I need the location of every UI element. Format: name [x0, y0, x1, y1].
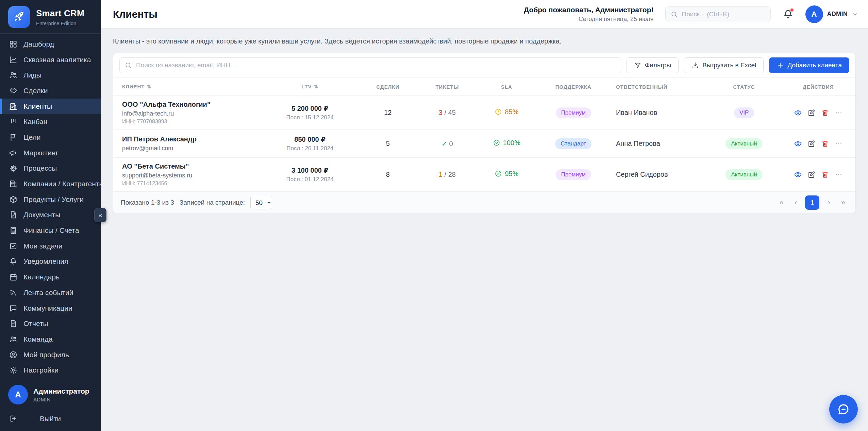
more-actions-icon[interactable]	[835, 109, 843, 117]
per-page-label: Записей на странице:	[180, 199, 245, 206]
sidebar-item-documents[interactable]: Документы	[0, 207, 101, 223]
warning-circle-icon	[495, 108, 502, 116]
ltv-value: 5 200 000 ₽	[266, 104, 354, 113]
download-icon	[691, 62, 699, 69]
rocket-icon	[8, 6, 30, 28]
sidebar-menu: ДашбордСквозная аналитикаЛидыСделкиКлиен…	[0, 33, 101, 379]
processes-icon	[9, 164, 18, 173]
notifications-button[interactable]	[782, 8, 794, 20]
more-actions-icon[interactable]	[835, 140, 843, 148]
client-name: АО "Бета Системы"	[122, 162, 257, 170]
table-toolbar: Фильтры Выгрузить в Excel Добавить клиен…	[113, 53, 855, 78]
view-icon[interactable]	[794, 140, 802, 148]
avatar: A	[805, 5, 823, 23]
sidebar-item-tasks[interactable]: Мои задачи	[0, 238, 101, 254]
welcome-message: Добро пожаловать, Администратор!	[524, 6, 653, 14]
first-page-button[interactable]: «	[777, 197, 786, 208]
table-header-row: Клиент⇅LTV⇅СделкиТикетыSLAПоддержкаОтвет…	[113, 78, 855, 96]
filters-button[interactable]: Фильтры	[627, 57, 679, 73]
column-header-ltv[interactable]: LTV⇅	[262, 78, 358, 96]
logout-button[interactable]: Выйти	[0, 410, 101, 431]
sidebar-item-feed[interactable]: Лента событий	[0, 285, 101, 300]
last-page-button[interactable]: »	[838, 197, 848, 208]
sidebar-collapse-button[interactable]: «	[94, 208, 106, 222]
delete-icon[interactable]	[821, 171, 829, 179]
sidebar-item-profile[interactable]: Мой профиль	[0, 347, 101, 363]
support-badge: Стандарт	[555, 138, 591, 149]
sidebar-item-label: Сделки	[23, 87, 48, 95]
sidebar-item-label: Команда	[23, 335, 53, 343]
sidebar-item-settings[interactable]: Настройки	[0, 362, 101, 378]
sidebar-item-label: Мои задачи	[23, 242, 62, 250]
column-header-actions: Действия	[781, 78, 855, 96]
chat-fab-button[interactable]	[829, 395, 858, 424]
column-header-responsible: Ответственный	[611, 78, 707, 96]
pagination-summary: Показано 1-3 из 3	[121, 199, 174, 206]
sidebar-user-menu[interactable]: A Администратор ADMIN	[0, 379, 101, 410]
support-badge: Премиум	[556, 107, 591, 118]
next-page-button[interactable]: ›	[825, 197, 833, 208]
tickets-open: 3	[439, 109, 443, 116]
app-logo: Smart CRM Enterprise Edition	[0, 0, 101, 33]
view-icon[interactable]	[794, 171, 802, 179]
column-header-support: Поддержка	[536, 78, 611, 96]
check-circle-icon	[495, 170, 502, 177]
sidebar-item-companies[interactable]: Компании / Контрагенты	[0, 176, 101, 192]
sidebar-item-marketing[interactable]: Маркетинг	[0, 145, 101, 161]
sidebar-item-deals[interactable]: Сделки	[0, 83, 101, 99]
export-excel-button[interactable]: Выгрузить в Excel	[684, 57, 764, 73]
notification-dot	[790, 8, 794, 12]
sidebar-item-leads[interactable]: Лиды	[0, 67, 101, 83]
sidebar-item-team[interactable]: Команда	[0, 331, 101, 347]
sort-icon: ⇅	[147, 84, 151, 89]
feed-icon	[9, 288, 18, 297]
per-page-select[interactable]: 50	[250, 196, 272, 209]
reports-icon	[9, 319, 18, 328]
view-icon[interactable]	[794, 109, 802, 117]
edit-icon[interactable]	[807, 109, 816, 117]
user-menu[interactable]: A ADMIN	[805, 5, 859, 23]
delete-icon[interactable]	[821, 109, 829, 117]
table-row: АО "Бета Системы"support@beta-systems.ru…	[113, 158, 855, 192]
sidebar-item-finance[interactable]: Финансы / Счета	[0, 223, 101, 238]
page-button-1[interactable]: 1	[805, 195, 819, 210]
sidebar-item-label: Процессы	[23, 164, 57, 172]
more-actions-icon[interactable]	[835, 171, 843, 179]
sidebar-item-goals[interactable]: Цели	[0, 130, 101, 145]
sidebar-item-reports[interactable]: Отчеты	[0, 316, 101, 331]
clients-icon	[9, 102, 18, 111]
edit-icon[interactable]	[807, 171, 816, 179]
sidebar-item-label: Лиды	[23, 71, 41, 79]
sidebar-item-kanban[interactable]: Канбан	[0, 114, 101, 130]
column-header-sla: SLA	[477, 78, 536, 96]
sidebar-item-analytics[interactable]: Сквозная аналитика	[0, 52, 101, 68]
clients-card: Фильтры Выгрузить в Excel Добавить клиен…	[113, 53, 856, 214]
profile-icon	[9, 350, 18, 359]
products-icon	[9, 195, 18, 204]
table-search-input[interactable]	[119, 57, 621, 73]
delete-icon[interactable]	[821, 140, 829, 148]
column-header-status: Статус	[707, 78, 781, 96]
user-role-label: ADMIN	[827, 11, 848, 18]
global-search-input[interactable]	[665, 6, 771, 22]
column-header-client[interactable]: Клиент⇅	[113, 78, 262, 96]
client-name: ООО "Альфа Технологии"	[122, 101, 257, 108]
prev-page-button[interactable]: ‹	[792, 197, 800, 208]
companies-icon	[9, 179, 18, 188]
team-icon	[9, 335, 18, 344]
sidebar-item-processes[interactable]: Процессы	[0, 161, 101, 176]
sidebar-item-calendar[interactable]: Календарь	[0, 269, 101, 285]
sidebar-item-notifications[interactable]: Уведомления	[0, 254, 101, 270]
edit-icon[interactable]	[807, 140, 816, 148]
status-badge: Активный	[725, 169, 762, 180]
page-title: Клиенты	[113, 8, 157, 20]
sidebar-item-clients[interactable]: Клиенты	[0, 99, 101, 114]
sidebar-item-label: Отчеты	[23, 320, 48, 328]
dashboard-icon	[9, 40, 18, 49]
sidebar-item-products[interactable]: Продукты / Услуги	[0, 192, 101, 207]
sidebar-item-communications[interactable]: Коммуникации	[0, 300, 101, 316]
main-content: Клиенты Добро пожаловать, Администратор!…	[101, 0, 868, 431]
sla-value: 85%	[495, 108, 518, 116]
sidebar-item-dashboard[interactable]: Дашборд	[0, 36, 101, 52]
add-client-button[interactable]: Добавить клиента	[769, 57, 849, 73]
